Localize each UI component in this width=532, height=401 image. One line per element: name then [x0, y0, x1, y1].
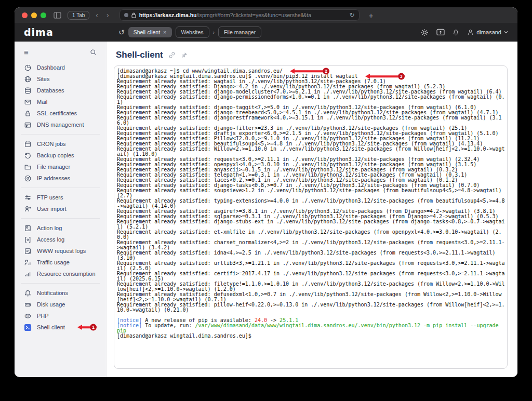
- link-icon[interactable]: [168, 51, 176, 59]
- tab-shell-client[interactable]: Shell-client ×: [128, 27, 172, 37]
- session-history-icon[interactable]: ↺: [118, 28, 125, 36]
- annotation-badge: 3: [398, 73, 405, 80]
- files-icon: [24, 163, 32, 171]
- terminal-panel[interactable]: [dimasand@arkasz ~]$ cd www/wingtail.dim…: [114, 65, 508, 369]
- userimport-icon: [24, 205, 32, 213]
- back-button[interactable]: ‹: [94, 11, 100, 19]
- sidebar-item-ip-addresses[interactable]: IP addresses: [15, 172, 106, 184]
- notifications-bell-icon[interactable]: [453, 29, 459, 36]
- terminal-line: Requirement already satisfied: django-st…: [117, 219, 505, 230]
- sidebar-item-label: User import: [37, 206, 66, 212]
- terminal-line: Requirement already satisfied: filetype!…: [117, 282, 505, 292]
- dima-logo[interactable]: dima: [24, 26, 54, 38]
- theme-icon[interactable]: [421, 29, 429, 36]
- lock-icon: [131, 12, 136, 18]
- hamburger-menu-icon[interactable]: ≡: [24, 48, 29, 57]
- panel-header: dima ↺ Shell-client × Websites › File ma…: [15, 23, 517, 42]
- sidebar-item-action-log[interactable]: Action log: [15, 222, 106, 234]
- resource-icon: [24, 270, 32, 278]
- sidebar-item-user-import[interactable]: User import: [15, 203, 106, 215]
- zoom-window-button[interactable]: [41, 12, 46, 18]
- dashboard-icon: [24, 64, 32, 72]
- sidebar-item-label: Notifications: [37, 290, 68, 296]
- user-name: dimasand: [476, 29, 501, 35]
- terminal-line: Requirement already satisfied: certifi>=…: [117, 271, 505, 282]
- sidebar-item-label: WWW request logs: [37, 248, 86, 254]
- minimize-window-button[interactable]: [31, 12, 37, 18]
- php-icon: PHP: [24, 312, 32, 320]
- terminal-output: [dimasand@arkasz ~]$ cd www/wingtail.dim…: [117, 69, 505, 339]
- sidebar-item-dashboard[interactable]: Dashboard: [15, 62, 106, 73]
- close-icon[interactable]: ×: [163, 29, 166, 35]
- wwwlogs-icon: [24, 247, 32, 255]
- svg-text:PHP: PHP: [26, 315, 30, 317]
- tab-websites[interactable]: Websites: [176, 26, 209, 38]
- sidebar-item-access-log[interactable]: Access log: [15, 234, 106, 245]
- sidebar-item-label: Resource consumption: [37, 271, 96, 277]
- sidebar-item-mail[interactable]: Mail: [15, 96, 106, 108]
- ip-icon: [24, 175, 32, 182]
- sidebar-item-shell-client[interactable]: Shell-client1: [15, 322, 106, 333]
- sidebar-item-label: Traffic usage: [37, 259, 70, 265]
- sidebar-item-databases[interactable]: Databases: [15, 85, 106, 96]
- sidebar-item-file-manager[interactable]: File manager: [15, 161, 106, 172]
- ftp-icon: [24, 194, 32, 202]
- sidebar-item-resource-consumption[interactable]: Resource consumption: [15, 268, 106, 279]
- window-controls: [22, 12, 46, 18]
- annotation-arrow-2: 2: [290, 69, 329, 73]
- sidebar-item-label: Mail: [37, 99, 47, 105]
- address-bar[interactable]: https://arkasz.dima.hu/ispmgr#/form?clic…: [119, 9, 360, 21]
- terminal-line: Requirement already satisfied: djangores…: [117, 115, 505, 126]
- annotation-badge: 2: [323, 68, 329, 75]
- arrow-shaft: [294, 70, 323, 72]
- sidebar-item-php[interactable]: PHPPHP: [15, 310, 106, 322]
- tab-shell-client-label: Shell-client: [134, 29, 160, 35]
- sidebar-divider: [21, 283, 100, 284]
- sidebar-item-label: File manager: [37, 164, 70, 170]
- terminal-line: Requirement already satisfied: et-xmlfil…: [117, 230, 505, 240]
- browser-sidebar-toggle-icon[interactable]: [54, 12, 61, 19]
- actionlog-icon: [24, 224, 32, 232]
- annotation-arrow-3: 3: [365, 74, 405, 78]
- forward-button[interactable]: ›: [104, 11, 111, 19]
- terminal-line: [notice] To update, run: /var/www/dimasa…: [117, 323, 505, 333]
- sidebar-item-disk-usage[interactable]: Disk usage: [15, 299, 106, 310]
- header-actions: dimasand: [421, 29, 508, 36]
- sidebar-menu: DashboardSitesDatabasesMailSSL-certifica…: [15, 62, 106, 333]
- tab-file-manager[interactable]: File manager: [218, 26, 261, 38]
- sidebar-item-backup-copies[interactable]: Backup copies: [15, 150, 106, 161]
- sidebar-item-ssl-certificates[interactable]: SSL-certificates: [15, 108, 106, 119]
- sidebar-item-label: Sites: [37, 76, 49, 82]
- sidebar-item-dns-management[interactable]: DNS management: [15, 119, 106, 130]
- sidebar-item-label: Dashboard: [37, 64, 65, 71]
- sidebar-item-traffic-usage[interactable]: Traffic usage: [15, 257, 106, 268]
- screen-share-icon[interactable]: [436, 29, 445, 36]
- databases-icon: [24, 87, 32, 95]
- sidebar-divider: [21, 134, 100, 135]
- sidebar-item-notifications[interactable]: Notifications: [15, 287, 106, 299]
- terminal-line: Requirement already satisfied: typing-ex…: [117, 198, 505, 209]
- cron-icon: [24, 140, 32, 148]
- new-tab-button[interactable]: +: [369, 11, 374, 20]
- search-icon[interactable]: [90, 49, 97, 56]
- terminal-line: Requirement already satisfied: Willow<2,…: [117, 146, 505, 157]
- user-icon: [467, 29, 474, 36]
- close-window-button[interactable]: [22, 12, 28, 18]
- traffic-icon: [24, 259, 32, 266]
- terminal-line: [dimasand@arkasz wingtail.dima.sandros.e…: [117, 333, 505, 339]
- sidebar-item-www-request-logs[interactable]: WWW request logs: [15, 245, 106, 257]
- pin-icon[interactable]: [181, 52, 188, 59]
- sidebar-item-ftp-users[interactable]: FTP users: [15, 192, 106, 203]
- tab-count-button[interactable]: 1 Tab: [68, 11, 89, 20]
- dns-icon: [24, 121, 32, 129]
- sidebar-item-cron-jobs[interactable]: CRON jobs: [15, 138, 106, 150]
- sidebar-item-sites[interactable]: Sites: [15, 73, 106, 85]
- notifications-icon: [24, 289, 32, 297]
- browser-toolbar: 1 Tab ‹ › https://arkasz.dima.hu/ispmgr#…: [15, 7, 517, 23]
- reload-icon[interactable]: ↻: [350, 11, 355, 19]
- user-menu[interactable]: dimasand: [467, 29, 508, 36]
- accesslog-icon: [24, 236, 32, 244]
- terminal-line: Requirement already satisfied: charset_n…: [117, 240, 505, 250]
- page-title: Shell-client: [116, 50, 163, 60]
- annotation-arrow-1: 1: [77, 325, 97, 329]
